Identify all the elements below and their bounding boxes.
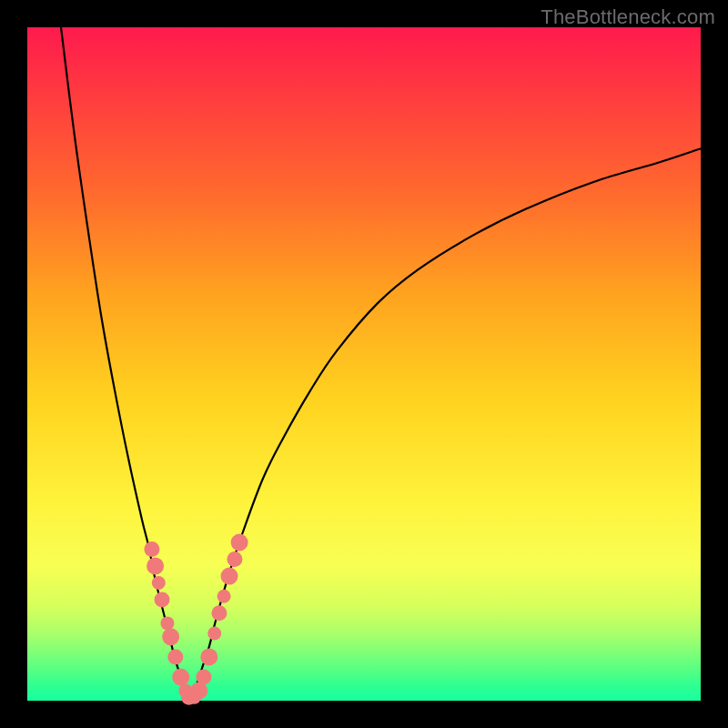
scatter-dot — [152, 576, 166, 590]
scatter-dot — [144, 541, 159, 557]
v-curve-right — [189, 148, 701, 701]
outer-frame: TheBottleneck.com — [0, 0, 728, 728]
scatter-dot — [227, 551, 242, 567]
scatter-dots — [144, 534, 248, 705]
scatter-dot — [217, 590, 231, 603]
watermark-text: TheBottleneck.com — [541, 5, 715, 29]
scatter-dot — [155, 592, 170, 608]
scatter-dot — [196, 670, 211, 685]
scatter-dot — [160, 616, 174, 630]
scatter-dot — [162, 628, 179, 645]
scatter-dot — [211, 605, 227, 621]
v-curve-left — [61, 27, 189, 701]
scatter-dot — [147, 558, 164, 575]
scatter-dot — [231, 534, 248, 551]
plot-area — [27, 27, 701, 701]
scatter-dot — [207, 627, 221, 641]
scatter-dot — [167, 649, 183, 664]
curve-layer — [27, 27, 701, 701]
scatter-dot — [200, 648, 217, 665]
scatter-dot — [172, 669, 189, 686]
scatter-dot — [221, 568, 238, 585]
